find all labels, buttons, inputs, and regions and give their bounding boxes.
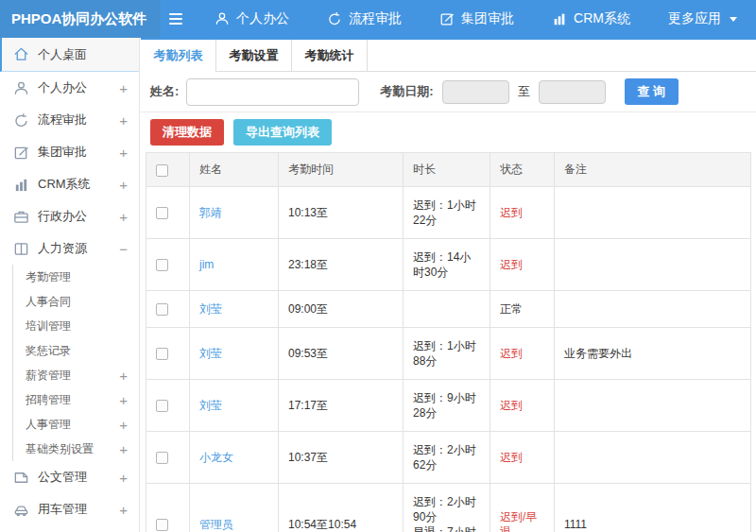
export-list-button[interactable]: 导出查询列表 xyxy=(233,119,332,146)
expand-indicator: + xyxy=(119,368,128,384)
expand-indicator: + xyxy=(119,502,128,518)
tab-attendance-stats[interactable]: 考勤统计 xyxy=(292,40,368,71)
column-header-status: 状态 xyxy=(490,153,555,187)
search-button[interactable]: 查 询 xyxy=(625,78,679,105)
sidebar-item-documents[interactable]: 公文管理 + xyxy=(0,461,139,493)
nav-label: 集团审批 xyxy=(461,10,514,27)
nav-more-apps[interactable]: 更多应用 xyxy=(649,0,756,38)
sidebar-subitem-label: 招聘管理 xyxy=(26,392,119,408)
row-checkbox[interactable] xyxy=(156,207,168,219)
expand-indicator: + xyxy=(119,441,128,457)
date-to-input[interactable] xyxy=(539,80,606,104)
attendance-table: 姓名 考勤时间 时长 状态 备注 郭靖 10:13至 迟到：1小时22分 迟到 … xyxy=(146,152,751,532)
nav-label: 流程审批 xyxy=(349,10,402,27)
sidebar-item-label: 行政办公 xyxy=(38,208,119,225)
nav-workflow-approval[interactable]: 流程审批 xyxy=(308,0,421,38)
sidebar-subitem-hr-contract[interactable]: 人事合同 xyxy=(13,289,139,314)
nav-group-approval[interactable]: 集团审批 xyxy=(421,0,533,38)
clear-data-button[interactable]: 清理数据 xyxy=(150,119,224,146)
status-label: 迟到 xyxy=(490,380,555,432)
nav-crm[interactable]: CRM系统 xyxy=(533,0,649,38)
caret-down-icon xyxy=(730,17,737,22)
top-header: PHPOA协同办公软件 个人办公 流程审批 集团审批 CRM系统 xyxy=(0,0,756,38)
sidebar-item-label: 用车管理 xyxy=(38,501,119,518)
status-label: 迟到 xyxy=(490,187,555,239)
sidebar-subitem-label: 基础类别设置 xyxy=(26,441,119,457)
sidebar-item-label: 个人桌面 xyxy=(38,46,128,63)
sidebar-item-desktop[interactable]: 个人桌面 xyxy=(0,38,139,72)
top-nav: 个人办公 流程审批 集团审批 CRM系统 更多应用 xyxy=(196,0,756,38)
sidebar-item-hr[interactable]: 人力资源 − xyxy=(0,232,139,265)
expand-indicator: + xyxy=(119,392,128,408)
employee-name-link[interactable]: jim xyxy=(199,258,214,271)
sidebar-subitem-recruit[interactable]: 招聘管理 + xyxy=(13,387,139,412)
menu-toggle-icon[interactable] xyxy=(169,13,182,25)
remark xyxy=(555,239,751,291)
employee-name-link[interactable]: 刘莹 xyxy=(199,399,222,412)
table-row: 郭靖 10:13至 迟到：1小时22分 迟到 xyxy=(146,187,751,239)
sidebar: 个人桌面 个人办公 + 流程审批 + 集团审批 + CRM系统 + 行政办公 + xyxy=(0,38,140,532)
row-checkbox[interactable] xyxy=(156,348,168,360)
chart-icon xyxy=(12,176,29,193)
row-checkbox-cell xyxy=(146,380,190,432)
app-logo: PHPOA协同办公软件 xyxy=(0,0,161,38)
sidebar-subitem-base-category[interactable]: 基础类别设置 + xyxy=(13,437,139,461)
tab-attendance-list[interactable]: 考勤列表 xyxy=(141,40,216,71)
row-checkbox[interactable] xyxy=(156,452,168,464)
sidebar-subitem-personnel[interactable]: 人事管理 + xyxy=(13,412,139,437)
attendance-time: 10:54至10:54 xyxy=(279,484,404,532)
employee-name-link[interactable]: 小龙女 xyxy=(199,451,233,464)
employee-name-link[interactable]: 郭靖 xyxy=(199,206,222,219)
status-label: 迟到 xyxy=(490,432,555,484)
book-icon xyxy=(12,240,29,257)
row-checkbox[interactable] xyxy=(156,259,168,271)
status-label: 迟到/早退 xyxy=(490,484,555,532)
sidebar-subitem-training[interactable]: 培训管理 xyxy=(13,314,139,338)
row-checkbox[interactable] xyxy=(156,519,168,531)
tab-attendance-settings[interactable]: 考勤设置 xyxy=(216,40,292,71)
sidebar-subitem-attendance[interactable]: 考勤管理 xyxy=(13,265,139,289)
table-row: 管理员 10:54至10:54 迟到：2小时90分 早退：7小时10分 迟到/早… xyxy=(146,484,751,532)
attendance-time: 10:13至 xyxy=(279,187,404,239)
sidebar-item-label: 流程审批 xyxy=(38,112,119,129)
nav-label: 更多应用 xyxy=(668,10,721,27)
expand-indicator: + xyxy=(119,177,128,193)
table-header-row: 姓名 考勤时间 时长 状态 备注 xyxy=(146,153,751,187)
sidebar-item-label: 公文管理 xyxy=(38,469,119,486)
row-checkbox[interactable] xyxy=(156,400,168,412)
row-name-cell: 刘莹 xyxy=(190,328,279,380)
sidebar-subitem-salary[interactable]: 薪资管理 + xyxy=(13,363,139,387)
user-icon xyxy=(12,79,29,96)
row-name-cell: 刘莹 xyxy=(190,291,279,328)
select-all-checkbox[interactable] xyxy=(156,164,168,177)
flow-icon xyxy=(12,112,29,129)
sidebar-subitem-rewards[interactable]: 奖惩记录 xyxy=(13,338,139,363)
sidebar-item-crm[interactable]: CRM系统 + xyxy=(0,168,139,200)
edit-icon xyxy=(12,144,29,161)
table-row: 刘莹 17:17至 迟到：9小时28分 迟到 xyxy=(146,380,751,432)
sidebar-item-label: 人力资源 xyxy=(38,240,119,257)
date-from-input[interactable] xyxy=(442,80,509,104)
employee-name-link[interactable]: 刘莹 xyxy=(199,347,222,360)
expand-indicator: + xyxy=(119,145,128,161)
column-header-time: 考勤时间 xyxy=(279,153,404,187)
row-checkbox[interactable] xyxy=(156,303,168,316)
row-name-cell: 刘莹 xyxy=(190,380,279,432)
sidebar-item-label: 个人办公 xyxy=(38,79,119,96)
employee-name-link[interactable]: 刘莹 xyxy=(199,302,222,316)
employee-name-link[interactable]: 管理员 xyxy=(199,518,233,531)
sidebar-item-admin-office[interactable]: 行政办公 + xyxy=(0,200,139,232)
sidebar-item-workflow-approval[interactable]: 流程审批 + xyxy=(0,104,139,136)
user-icon xyxy=(215,11,230,26)
sidebar-item-group-approval[interactable]: 集团审批 + xyxy=(0,136,139,168)
sidebar-item-vehicle[interactable]: 用车管理 + xyxy=(0,493,139,525)
row-checkbox-cell xyxy=(146,291,190,328)
attendance-time: 23:18至 xyxy=(279,239,404,291)
nav-label: CRM系统 xyxy=(574,10,630,27)
sidebar-item-personal-office[interactable]: 个人办公 + xyxy=(0,72,139,104)
car-icon xyxy=(12,501,29,518)
briefcase-icon xyxy=(12,208,29,225)
nav-personal-office[interactable]: 个人办公 xyxy=(196,0,308,38)
name-input[interactable] xyxy=(186,78,359,106)
main-content: 考勤列表 考勤设置 考勤统计 姓名: 考勤日期: 至 查 询 清理数据 导出查询… xyxy=(141,38,756,532)
